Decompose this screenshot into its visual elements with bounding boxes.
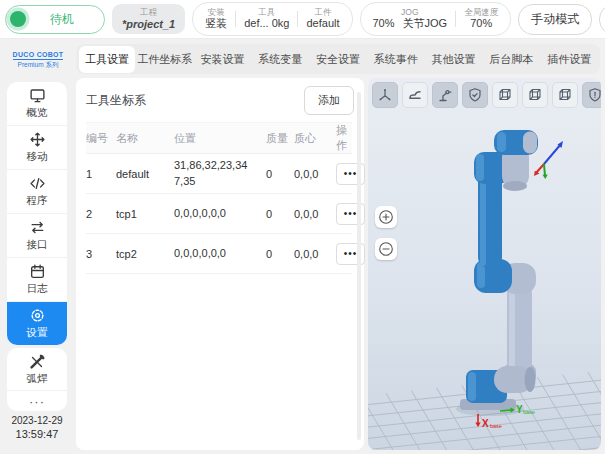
project-chip[interactable]: 工程 *project_1	[112, 4, 185, 34]
global-speed-label: 全局速度	[464, 7, 498, 17]
sidebar-item-label: 日志	[27, 282, 48, 296]
sidebar-item-label: 程序	[27, 194, 48, 208]
jog-label: JOG	[401, 7, 418, 17]
cell-position: 0,0,0,0,0,0	[174, 206, 266, 221]
cell-name: default	[116, 168, 174, 180]
workspace-box-button-3[interactable]	[552, 82, 578, 108]
monitor-icon	[29, 87, 46, 104]
safety-zone-button[interactable]	[462, 82, 488, 108]
cube-wireframe-icon	[557, 87, 573, 103]
sidebar-item-log[interactable]: 日志	[7, 258, 67, 302]
jog-chip[interactable]: JOG 70% 关节JOG 全局速度 70%	[360, 2, 512, 36]
panel-title: 工具坐标系	[86, 92, 146, 109]
robot-arm-icon	[437, 87, 453, 103]
cell-mass: 0	[266, 168, 294, 180]
project-label: 工程	[140, 7, 157, 17]
tool-group[interactable]: 工具 def... 0kg	[236, 7, 297, 31]
tab-safety-settings[interactable]: 安全设置	[310, 46, 366, 73]
cell-centroid: 0,0,0	[294, 168, 336, 180]
move-icon	[29, 131, 46, 148]
clock-date: 2023-12-29	[0, 414, 74, 427]
show-axes-button[interactable]	[372, 82, 398, 108]
svg-text:base: base	[490, 423, 502, 429]
gear-icon	[29, 307, 46, 324]
sidebar-item-settings[interactable]: 设置	[7, 302, 67, 345]
sidebar-item-label: 接口	[27, 238, 48, 252]
swap-arrows-icon	[29, 219, 46, 236]
plugin-card: 弧焊 ···	[7, 348, 67, 411]
cell-centroid: 0,0,0	[294, 208, 336, 220]
axes-3d-icon	[377, 87, 393, 103]
code-icon	[29, 175, 46, 192]
install-group[interactable]: 安装 竖装	[197, 7, 235, 31]
install-label: 安装	[208, 7, 225, 17]
project-name: *project_1	[122, 18, 175, 31]
jog-group[interactable]: JOG 70% 关节JOG	[365, 7, 456, 31]
zoom-in-button[interactable]	[375, 206, 397, 228]
tab-other-settings[interactable]: 其他设置	[426, 46, 482, 73]
workspace-box-button-2[interactable]	[522, 82, 548, 108]
cell-mass: 0	[266, 208, 294, 220]
brand-logo: DUCO COBOT Premium 系列	[5, 46, 71, 70]
real-robot-button[interactable]: 真机	[599, 4, 605, 35]
shield-alert-icon	[587, 87, 601, 103]
sidebar-item-move[interactable]: 移动	[7, 126, 67, 170]
col-header-position: 位置	[174, 131, 266, 146]
scrollbar[interactable]	[357, 92, 361, 440]
cell-id: 3	[86, 248, 116, 260]
zoom-out-button[interactable]	[375, 238, 397, 260]
setup-chip[interactable]: 安装 竖装 工具 def... 0kg 工件 default	[192, 2, 352, 36]
tool-label: 工具	[258, 7, 275, 17]
sidebar-item-overview[interactable]: 概览	[7, 82, 67, 126]
sidebar-item-interface[interactable]: 接口	[7, 214, 67, 258]
table-header-row: 编号 名称 位置 质量 质心 操作	[86, 122, 352, 154]
tcp-frame-marker	[534, 141, 563, 179]
table-row: 3 tcp2 0,0,0,0,0,0 0 0,0,0 •••	[86, 234, 352, 274]
install-value: 竖装	[205, 17, 227, 31]
manual-mode-button[interactable]: 手动模式	[518, 4, 592, 35]
add-button[interactable]: 添加	[304, 86, 354, 115]
robot-state-label: 待机	[26, 11, 104, 28]
show-robot-button[interactable]	[432, 82, 458, 108]
robot-arm-render: X base Y base	[368, 78, 601, 450]
zoom-out-icon	[378, 241, 394, 257]
tab-system-events[interactable]: 系统事件	[368, 46, 424, 73]
col-header-name: 名称	[116, 131, 174, 146]
sidebar-item-arc-welding[interactable]: 弧焊	[7, 348, 67, 390]
robot-arm-model	[460, 130, 538, 410]
col-header-actions: 操作	[336, 123, 352, 153]
brand-series: Premium 系列	[5, 61, 71, 70]
tab-install-settings[interactable]: 安装设置	[195, 46, 251, 73]
welding-torch-icon	[28, 353, 46, 371]
cell-name: tcp2	[116, 248, 174, 260]
sidebar-item-label: 弧焊	[27, 372, 48, 386]
cell-name: tcp1	[116, 208, 174, 220]
global-speed-group[interactable]: 全局速度 70%	[456, 7, 506, 31]
tab-background-scripts[interactable]: 后台脚本	[483, 46, 539, 73]
clock: 2023-12-29 13:59:47	[0, 414, 74, 441]
cell-mass: 0	[266, 248, 294, 260]
sidebar-item-label: 设置	[27, 326, 48, 340]
safety-alert-button[interactable]	[582, 82, 601, 108]
robot-state-toggle[interactable]: 待机	[5, 5, 105, 34]
settings-tabbar: 工具设置 工件坐标系 安装设置 系统变量 安全设置 系统事件 其他设置 后台脚本…	[76, 44, 600, 74]
robot-3d-viewport[interactable]: X base Y base	[368, 78, 601, 450]
cell-position: 31,86,32,23,34 7,35	[174, 158, 266, 189]
tab-workpiece-frames[interactable]: 工件坐标系	[137, 46, 193, 73]
table-row: 1 default 31,86,32,23,34 7,35 0 0,0,0 ••…	[86, 154, 352, 194]
svg-text:X: X	[482, 418, 489, 429]
sidebar-more-button[interactable]: ···	[7, 390, 67, 411]
tool-frame-table: 编号 名称 位置 质量 质心 操作 1 default 31,86,32,23,…	[86, 122, 352, 274]
workpiece-group[interactable]: 工件 default	[298, 7, 347, 31]
tab-tool-settings[interactable]: 工具设置	[79, 46, 135, 73]
sidebar-item-label: 移动	[27, 150, 48, 164]
show-trajectory-button[interactable]	[402, 82, 428, 108]
col-header-mass: 质量	[266, 131, 294, 146]
workspace-box-button-1[interactable]	[492, 82, 518, 108]
sidebar-item-program[interactable]: 程序	[7, 170, 67, 214]
tab-plugin-settings[interactable]: 插件设置	[541, 46, 597, 73]
tab-system-variables[interactable]: 系统变量	[252, 46, 308, 73]
sidebar: 概览 移动 程序 接口 日志 设置	[7, 82, 67, 345]
power-state-icon	[10, 11, 26, 27]
motion-path-icon	[407, 87, 423, 103]
